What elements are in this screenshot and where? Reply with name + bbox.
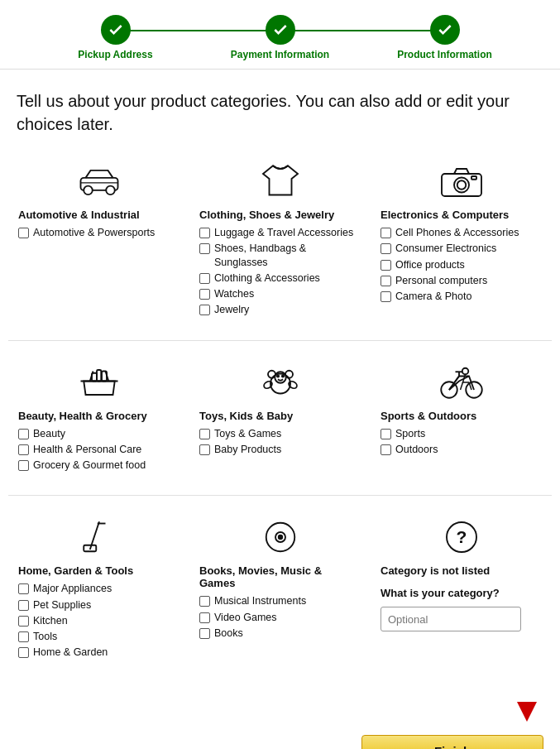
svg-point-6 [457,180,466,190]
baby-products-label: Baby Products [214,443,281,456]
pet-supplies-checkbox[interactable] [18,600,29,611]
outdoors-checkbox[interactable] [381,444,391,455]
pet-supplies-item[interactable]: Pet Supplies [18,598,91,612]
baby-products-checkbox[interactable] [199,444,210,455]
disc-icon [199,516,361,558]
automotive-title: Automotive & Industrial [18,209,140,221]
luggage-item[interactable]: Luggage & Travel Accessories [199,226,353,239]
books-item[interactable]: Books [199,627,243,640]
pet-supplies-label: Pet Supplies [33,598,91,612]
tools-item[interactable]: Tools [18,630,57,643]
baby-products-item[interactable]: Baby Products [199,443,281,456]
categories-grid: Automotive & Industrial Automotive & Pow… [0,144,560,687]
musical-instruments-checkbox[interactable] [199,596,210,607]
row-divider-2 [8,495,552,496]
beauty-title: Beauty, Health & Grocery [18,410,147,422]
sports-item[interactable]: Sports [381,427,425,440]
toys-games-item[interactable]: Toys & Games [199,427,281,440]
row-divider-1 [8,340,552,341]
question-icon: ? [381,516,542,558]
grocery-item[interactable]: Grocery & Gourmet food [18,459,146,472]
watches-item[interactable]: Watches [199,287,254,300]
outdoors-label: Outdoors [395,443,438,456]
step-circle-product [430,15,460,45]
major-appliances-item[interactable]: Major Appliances [18,582,112,595]
car-icon [18,161,179,202]
camera-photo-item[interactable]: Camera & Photo [381,290,471,303]
camera-photo-checkbox[interactable] [381,291,391,302]
major-appliances-checkbox[interactable] [18,583,29,594]
luggage-checkbox[interactable] [199,228,210,238]
category-input[interactable] [381,607,521,631]
outdoors-item[interactable]: Outdoors [381,443,438,456]
health-label: Health & Personal Care [33,443,141,456]
beauty-label: Beauty [33,427,65,440]
svg-rect-10 [97,370,101,382]
bike-icon [381,362,542,403]
progress-bar: Pickup Address Payment Information Produ… [0,0,560,70]
video-games-item[interactable]: Video Games [199,611,277,624]
consumer-electronics-item[interactable]: Consumer Electronics [381,242,496,255]
personal-computers-checkbox[interactable] [381,276,391,286]
step-payment-information: Payment Information [198,15,362,60]
svg-point-13 [268,370,275,377]
tools-checkbox[interactable] [18,631,29,642]
health-checkbox[interactable] [18,444,29,455]
category-electronics: Electronics & Computers Cell Phones & Ac… [371,152,552,328]
svg-point-1 [84,186,93,195]
office-products-checkbox[interactable] [381,260,391,271]
step-circle-pickup [101,15,131,45]
grocery-checkbox[interactable] [18,460,29,471]
automotive-powersports-item[interactable]: Automotive & Powersports [18,226,155,239]
books-label: Books [214,627,243,640]
toys-games-checkbox[interactable] [199,429,210,439]
books-checkbox[interactable] [199,628,210,639]
step-label-product: Product Information [397,49,492,60]
jewelry-label: Jewelry [214,303,249,316]
musical-instruments-item[interactable]: Musical Instruments [199,594,306,607]
category-home: Home, Garden & Tools Major Appliances Pe… [8,508,189,670]
clothing-title: Clothing, Shoes & Jewelry [199,209,334,221]
cellphones-checkbox[interactable] [381,228,391,238]
shirt-icon [199,161,361,202]
kitchen-checkbox[interactable] [18,616,29,627]
finish-button[interactable]: Finish [361,735,543,750]
shoes-label: Shoes, Handbags & Sunglasses [214,242,361,269]
shoes-item[interactable]: Shoes, Handbags & Sunglasses [199,242,361,269]
home-garden-item[interactable]: Home & Garden [18,646,108,659]
svg-point-14 [285,370,293,377]
tools-label: Tools [33,630,57,643]
category-clothing: Clothing, Shoes & Jewelry Luggage & Trav… [189,152,371,328]
automotive-powersports-checkbox[interactable] [18,228,29,238]
clothing-accessories-item[interactable]: Clothing & Accessories [199,271,320,285]
video-games-checkbox[interactable] [199,612,210,623]
personal-computers-item[interactable]: Personal computers [381,274,487,287]
major-appliances-label: Major Appliances [33,582,112,595]
health-item[interactable]: Health & Personal Care [18,443,141,456]
step-pickup-address: Pickup Address [33,15,198,60]
musical-instruments-label: Musical Instruments [214,594,306,607]
finish-area: Finish [0,687,560,750]
watches-label: Watches [214,287,254,300]
svg-point-5 [454,178,469,193]
category-beauty: Beauty, Health & Grocery Beauty Health &… [8,353,189,483]
not-listed-title: Category is not listed [381,564,490,577]
consumer-electronics-checkbox[interactable] [381,243,391,254]
svg-point-17 [276,375,278,377]
home-garden-label: Home & Garden [33,646,108,659]
watches-checkbox[interactable] [199,289,210,300]
jewelry-checkbox[interactable] [199,305,210,315]
shoes-checkbox[interactable] [199,243,210,254]
clothing-accessories-checkbox[interactable] [199,273,210,284]
cellphones-label: Cell Phones & Accessories [395,226,519,239]
cellphones-item[interactable]: Cell Phones & Accessories [381,226,519,239]
jewelry-item[interactable]: Jewelry [199,303,249,316]
sports-checkbox[interactable] [381,429,391,439]
office-products-item[interactable]: Office products [381,258,465,271]
kitchen-item[interactable]: Kitchen [18,614,68,627]
teddy-icon [199,362,361,403]
beauty-checkbox[interactable] [18,429,29,439]
home-garden-checkbox[interactable] [18,647,29,658]
beauty-item[interactable]: Beauty [18,427,65,440]
kitchen-label: Kitchen [33,614,68,627]
